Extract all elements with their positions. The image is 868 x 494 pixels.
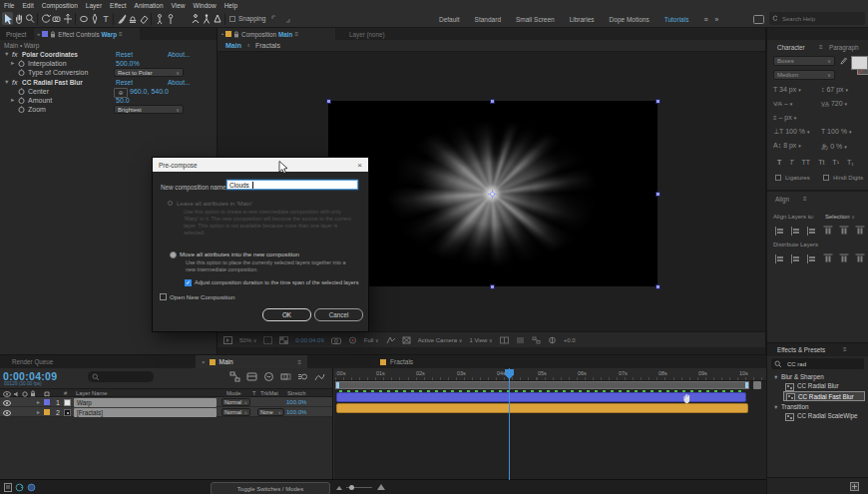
tab-character[interactable]: Character	[777, 44, 805, 51]
wander-icon[interactable]	[201, 12, 212, 25]
tsume2-field[interactable]: あ 0 % ▾	[821, 142, 847, 152]
stopwatch-icon[interactable]	[18, 60, 25, 67]
layer-name-cell[interactable]: [Fractals]	[74, 408, 217, 417]
panel-menu-icon[interactable]: ≡	[294, 31, 298, 37]
zoom-in-icon[interactable]	[377, 484, 385, 490]
effects-group-transition[interactable]: Transition	[781, 403, 808, 410]
param-row-interpolation[interactable]: ► Interpolation 500.0%	[0, 59, 217, 68]
col-layer-name[interactable]: Layer Name	[76, 390, 108, 396]
reset-link[interactable]: Reset	[116, 51, 133, 58]
audio-column-icon[interactable]	[13, 391, 20, 397]
camera-wireframe-icon[interactable]	[402, 336, 411, 344]
zoom-tool-icon[interactable]	[24, 12, 35, 25]
help-search-input[interactable]	[780, 15, 862, 23]
font-style-dropdown[interactable]: Medium∨	[773, 70, 835, 80]
ligatures-checkbox[interactable]	[775, 175, 781, 181]
workspace-tutorials[interactable]: Tutorials	[664, 16, 689, 23]
eye-icon[interactable]	[3, 400, 11, 406]
transparency-grid-icon[interactable]	[279, 336, 288, 344]
blend-mode-select[interactable]: Normal∨	[221, 408, 250, 416]
refresh-icon[interactable]	[15, 483, 24, 492]
fill-color-swatch[interactable]	[851, 56, 868, 70]
timeline-zoom-knob[interactable]	[349, 485, 354, 490]
anchor-point-icon[interactable]	[488, 190, 497, 199]
selection-handle-tc[interactable]	[490, 99, 495, 104]
distribute-left-button[interactable]	[824, 254, 833, 264]
character-menu-icon[interactable]: ≡	[819, 44, 823, 50]
tab-render-queue[interactable]: Render Queue	[12, 358, 53, 365]
layer-row-warp[interactable]: ► 1 Warp Normal∨ 100.0%	[0, 397, 332, 407]
param-value[interactable]: 500.0%	[116, 60, 140, 67]
menu-layer[interactable]: Layer	[86, 2, 102, 9]
distribute-center-v-button[interactable]	[791, 254, 801, 263]
roto-brush-tool-icon[interactable]	[154, 12, 165, 25]
effects-search-input[interactable]	[785, 360, 859, 368]
tab-effect-controls[interactable]: » Effect Controls Warp ≡	[34, 28, 140, 40]
work-area-start-handle[interactable]	[336, 382, 339, 388]
lock-column-icon[interactable]	[30, 390, 36, 397]
menu-composition[interactable]: Composition	[42, 2, 78, 9]
param-row-amount[interactable]: ► Amount 50.0	[0, 96, 217, 105]
eye-column-icon[interactable]	[3, 391, 11, 397]
align-center-v-button[interactable]	[840, 227, 849, 237]
selection-handle-tr[interactable]	[655, 99, 660, 104]
tab-project[interactable]: Project	[6, 31, 26, 38]
timeline-graph-area[interactable]: :00s 01s 02s 03s 04s 05s 06s 07s 08s 09s…	[334, 368, 766, 480]
view-layout-select[interactable]: Active Camera ∨	[418, 337, 463, 343]
faux-bold-button[interactable]: T	[777, 159, 781, 166]
stopwatch-icon[interactable]	[18, 69, 25, 76]
motion-blur-icon[interactable]	[297, 371, 308, 382]
effect-item-cc-radial-blur[interactable]: CC Radial Blur	[797, 382, 839, 389]
selection-handle-br[interactable]	[655, 284, 660, 289]
show-snapshot-icon[interactable]	[348, 336, 357, 344]
tab-composition[interactable]: • Composition Main ≡	[217, 28, 335, 40]
effect-item-cc-radial-scalewipe[interactable]: CC Radial ScaleWipe	[797, 412, 858, 419]
always-preview-icon[interactable]	[223, 336, 232, 344]
graph-editor-icon[interactable]	[314, 371, 325, 382]
group-expander-icon[interactable]: ▼	[773, 374, 778, 380]
layer-name-cell[interactable]: Warp	[74, 398, 217, 407]
subscript-button[interactable]: T₁	[847, 159, 854, 166]
col-trkmat[interactable]: TrkMat	[260, 390, 278, 396]
baseline-shift-field[interactable]: A↕ 8 px ▾	[773, 142, 801, 149]
toggle-switches-button[interactable]: Toggle Switches / Modes	[211, 482, 330, 494]
cancel-button[interactable]: Cancel	[314, 308, 363, 321]
panel-menu-icon[interactable]: ≡	[297, 359, 301, 365]
workspace-default[interactable]: Default	[439, 16, 460, 23]
vertical-scale-field[interactable]: ⊥T 100 % ▾	[773, 128, 810, 136]
close-tab-icon[interactable]: ×	[202, 359, 206, 365]
blend-mode-select[interactable]: Normal∨	[221, 398, 250, 406]
clone-stamp-tool-icon[interactable]	[127, 12, 138, 25]
workspace-small-screen[interactable]: Small Screen	[516, 16, 555, 23]
breadcrumb-parent[interactable]: Fractals	[255, 42, 280, 49]
resolution-select[interactable]: Full ∨	[364, 337, 379, 343]
stretch-value[interactable]: 100.0%	[286, 399, 306, 405]
menu-file[interactable]: File	[4, 2, 14, 9]
hand-tool-icon[interactable]	[13, 12, 24, 25]
roi-icon[interactable]	[263, 336, 272, 344]
param-row-conversion[interactable]: Type of Conversion Rect to Polar∨	[0, 68, 217, 78]
trkmat-select[interactable]: None∨	[257, 408, 284, 416]
align-to-select[interactable]: Selection ∨	[825, 214, 855, 220]
effects-presets-menu-icon[interactable]: ≡	[843, 346, 847, 352]
comp-marker-bin-icon[interactable]	[753, 381, 761, 389]
pen-tool-icon[interactable]	[89, 12, 100, 25]
new-preset-folder-icon[interactable]	[850, 482, 859, 491]
breadcrumb-current[interactable]: Main	[225, 42, 241, 49]
effects-group-blur[interactable]: Blur & Sharpen	[781, 373, 824, 380]
draft-3d-icon[interactable]	[246, 371, 257, 382]
eye-icon[interactable]	[3, 410, 11, 416]
workspace-dope-motions[interactable]: Dope Motions	[610, 16, 650, 23]
small-caps-button[interactable]: Tt	[818, 159, 824, 166]
font-family-dropdown[interactable]: Boxes∨	[773, 56, 835, 66]
effects-search-box[interactable]	[771, 358, 864, 369]
tab-align[interactable]: Align	[775, 196, 789, 203]
snapping-checkbox[interactable]	[229, 16, 235, 22]
align-right-button[interactable]	[807, 227, 817, 236]
kerning-field[interactable]: V∕A – ▾	[773, 100, 792, 107]
ok-button[interactable]: OK	[262, 308, 311, 321]
about-link[interactable]: About...	[168, 51, 190, 58]
timeline-button-icon[interactable]	[516, 336, 525, 344]
reset-link[interactable]: Reset	[116, 79, 133, 86]
window-mode-icon[interactable]	[753, 13, 764, 26]
